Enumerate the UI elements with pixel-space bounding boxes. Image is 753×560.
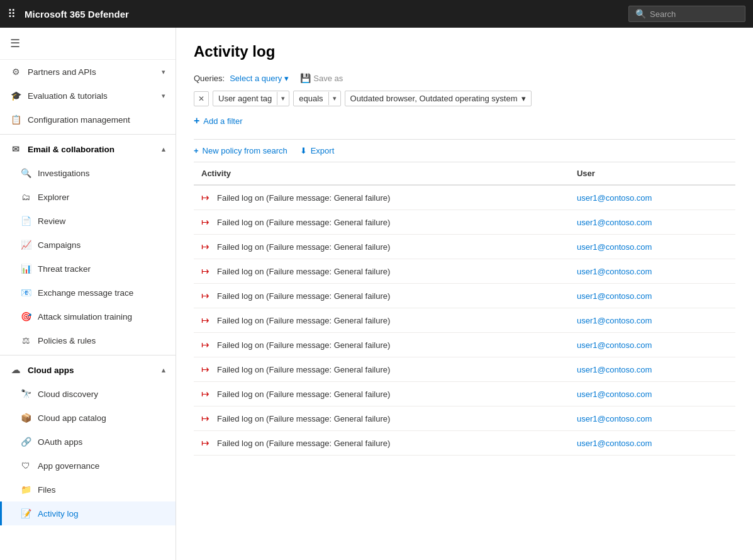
user-link[interactable]: user1@contoso.com xyxy=(577,414,652,423)
table-row[interactable]: ↦Failed log on (Failure message: General… xyxy=(194,185,735,210)
sidebar-label: Threat tracker xyxy=(38,264,165,274)
export-icon: ⬇ xyxy=(300,146,307,155)
table-row[interactable]: ↦Failed log on (Failure message: General… xyxy=(194,235,735,259)
user-cell[interactable]: user1@contoso.com xyxy=(569,308,735,333)
filter-value-dropdown[interactable]: Outdated browser, Outdated operating sys… xyxy=(345,91,532,106)
sidebar-item-config[interactable]: 📋 Configuration management xyxy=(0,108,176,132)
failed-login-icon: ↦ xyxy=(201,413,209,424)
activity-text: Failed log on (Failure message: General … xyxy=(217,267,390,276)
sidebar-item-app-governance[interactable]: 🛡 App governance xyxy=(0,454,176,478)
column-activity: Activity xyxy=(194,162,569,185)
failed-login-icon: ↦ xyxy=(201,315,209,326)
user-cell[interactable]: user1@contoso.com xyxy=(569,333,735,357)
sidebar-item-cloud-apps[interactable]: ☁ Cloud apps ▴ xyxy=(0,358,176,382)
export-button[interactable]: ⬇ Export xyxy=(300,146,335,155)
save-as-button[interactable]: 💾 Save as xyxy=(300,73,343,83)
review-icon: 📄 xyxy=(20,215,31,227)
table-row[interactable]: ↦Failed log on (Failure message: General… xyxy=(194,308,735,333)
search-box[interactable]: 🔍 xyxy=(628,6,745,22)
sidebar-item-campaigns[interactable]: 📈 Campaigns xyxy=(0,233,176,257)
user-link[interactable]: user1@contoso.com xyxy=(577,340,652,350)
add-filter-button[interactable]: + Add a filter xyxy=(194,113,735,129)
sidebar-item-review[interactable]: 📄 Review xyxy=(0,209,176,233)
table-row[interactable]: ↦Failed log on (Failure message: General… xyxy=(194,333,735,357)
user-link[interactable]: user1@contoso.com xyxy=(577,365,652,374)
activity-table: Activity User ↦Failed log on (Failure me… xyxy=(194,162,735,456)
table-row[interactable]: ↦Failed log on (Failure message: General… xyxy=(194,284,735,308)
table-row[interactable]: ↦Failed log on (Failure message: General… xyxy=(194,259,735,284)
table-row[interactable]: ↦Failed log on (Failure message: General… xyxy=(194,382,735,406)
chevron-down-icon: ▾ xyxy=(522,94,526,103)
activity-text: Failed log on (Failure message: General … xyxy=(217,365,390,374)
hamburger-button[interactable]: ☰ xyxy=(0,28,176,60)
cloud-discovery-icon: 🔭 xyxy=(20,388,31,400)
sidebar-item-email-collaboration[interactable]: ✉ Email & collaboration ▴ xyxy=(0,137,176,161)
filter-operator-dropdown[interactable]: equals ▾ xyxy=(293,91,340,106)
failed-login-icon: ↦ xyxy=(201,290,209,301)
table-row[interactable]: ↦Failed log on (Failure message: General… xyxy=(194,210,735,235)
new-policy-label: New policy from search xyxy=(203,146,287,155)
activity-text: Failed log on (Failure message: General … xyxy=(217,193,390,203)
sidebar-item-partners-apis[interactable]: ⚙ Partners and APIs ▾ xyxy=(0,60,176,84)
sidebar-label: Campaigns xyxy=(38,240,165,250)
activity-cell: ↦Failed log on (Failure message: General… xyxy=(194,185,569,210)
user-link[interactable]: user1@contoso.com xyxy=(577,439,652,448)
activity-text: Failed log on (Failure message: General … xyxy=(217,439,390,448)
sidebar-item-exchange-trace[interactable]: 📧 Exchange message trace xyxy=(0,281,176,305)
sidebar-item-investigations[interactable]: 🔍 Investigations xyxy=(0,161,176,185)
sidebar-label: Email & collaboration xyxy=(28,145,155,154)
activity-log-icon: 📝 xyxy=(20,508,31,519)
failed-login-icon: ↦ xyxy=(201,339,209,350)
sidebar-label: Cloud discovery xyxy=(38,389,165,399)
sidebar-item-evaluation[interactable]: 🎓 Evaluation & tutorials ▾ xyxy=(0,84,176,108)
sidebar: ☰ ⚙ Partners and APIs ▾ 🎓 Evaluation & t… xyxy=(0,28,176,560)
user-cell[interactable]: user1@contoso.com xyxy=(569,431,735,456)
user-cell[interactable]: user1@contoso.com xyxy=(569,406,735,431)
user-link[interactable]: user1@contoso.com xyxy=(577,267,652,276)
chevron-down-icon: ▾ xyxy=(162,92,165,100)
user-cell[interactable]: user1@contoso.com xyxy=(569,382,735,406)
user-cell[interactable]: user1@contoso.com xyxy=(569,210,735,235)
sidebar-item-policies[interactable]: ⚖ Policies & rules xyxy=(0,328,176,352)
user-cell[interactable]: user1@contoso.com xyxy=(569,235,735,259)
user-link[interactable]: user1@contoso.com xyxy=(577,242,652,252)
user-cell[interactable]: user1@contoso.com xyxy=(569,259,735,284)
exchange-icon: 📧 xyxy=(20,287,31,298)
chevron-down-icon: ▾ xyxy=(328,92,340,105)
chevron-up-icon: ▴ xyxy=(162,145,165,154)
table-row[interactable]: ↦Failed log on (Failure message: General… xyxy=(194,357,735,382)
chevron-down-icon: ▾ xyxy=(284,74,289,83)
sidebar-item-cloud-discovery[interactable]: 🔭 Cloud discovery xyxy=(0,382,176,406)
app-grid-icon[interactable]: ⠿ xyxy=(8,7,16,21)
table-row[interactable]: ↦Failed log on (Failure message: General… xyxy=(194,406,735,431)
sidebar-item-explorer[interactable]: 🗂 Explorer xyxy=(0,185,176,209)
table-row[interactable]: ↦Failed log on (Failure message: General… xyxy=(194,431,735,456)
activity-cell: ↦Failed log on (Failure message: General… xyxy=(194,284,569,308)
sidebar-item-attack-simulation[interactable]: 🎯 Attack simulation training xyxy=(0,305,176,328)
select-query-dropdown[interactable]: Select a query ▾ xyxy=(230,74,289,83)
user-cell[interactable]: user1@contoso.com xyxy=(569,284,735,308)
user-cell[interactable]: user1@contoso.com xyxy=(569,185,735,210)
sidebar-item-files[interactable]: 📁 Files xyxy=(0,478,176,501)
user-link[interactable]: user1@contoso.com xyxy=(577,389,652,399)
sidebar-item-oauth[interactable]: 🔗 OAuth apps xyxy=(0,430,176,454)
sidebar-item-activity-log[interactable]: 📝 Activity log xyxy=(0,501,176,525)
sidebar-item-threat-tracker[interactable]: 📊 Threat tracker xyxy=(0,257,176,281)
user-cell[interactable]: user1@contoso.com xyxy=(569,357,735,382)
user-link[interactable]: user1@contoso.com xyxy=(577,193,652,203)
user-link[interactable]: user1@contoso.com xyxy=(577,291,652,301)
search-input[interactable] xyxy=(650,9,738,19)
filter-field-dropdown[interactable]: User agent tag ▾ xyxy=(213,91,289,106)
export-label: Export xyxy=(311,146,335,155)
sidebar-item-cloud-catalog[interactable]: 📦 Cloud app catalog xyxy=(0,406,176,430)
sidebar-divider xyxy=(0,134,176,135)
activity-text: Failed log on (Failure message: General … xyxy=(217,218,390,227)
attack-sim-icon: 🎯 xyxy=(20,311,31,322)
clear-filter-button[interactable]: ✕ xyxy=(194,91,209,106)
user-link[interactable]: user1@contoso.com xyxy=(577,218,652,227)
user-link[interactable]: user1@contoso.com xyxy=(577,316,652,325)
new-policy-button[interactable]: + New policy from search xyxy=(194,146,287,155)
chevron-down-icon: ▾ xyxy=(277,92,289,105)
activity-cell: ↦Failed log on (Failure message: General… xyxy=(194,210,569,235)
sidebar-label: Investigations xyxy=(38,169,165,178)
